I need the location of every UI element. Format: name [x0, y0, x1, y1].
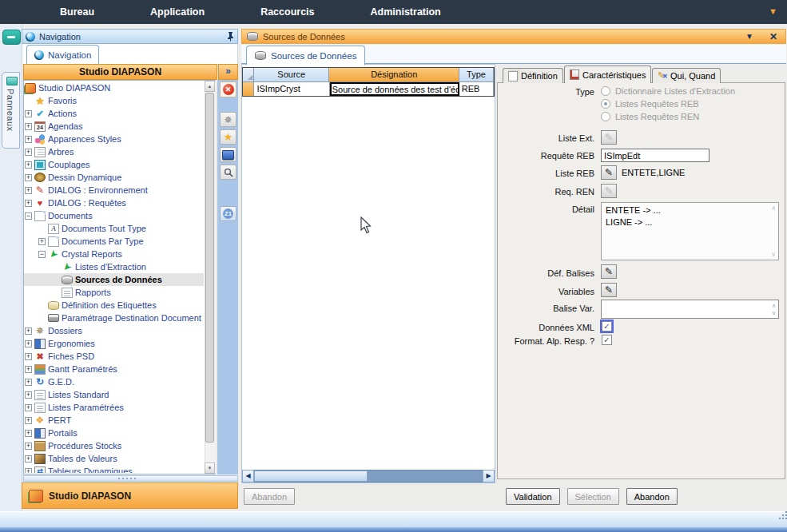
radio-option-listes-requ-tes-reb[interactable]: Listes Requêtes REB: [601, 97, 735, 110]
pin-icon[interactable]: [227, 31, 234, 42]
expander-minus-icon[interactable]: −: [25, 212, 32, 220]
tab-navigation[interactable]: Navigation: [26, 45, 99, 64]
tree-scroll-down-button[interactable]: ▼: [205, 463, 215, 474]
tree-item-documents[interactable]: −Documents: [24, 209, 204, 222]
tree-item-favoris[interactable]: ★Favoris: [24, 94, 204, 107]
cell-source[interactable]: ISImpCryst: [254, 82, 329, 96]
expander-plus-icon[interactable]: +: [25, 187, 32, 194]
tree-item-agendas[interactable]: +24Agendas: [24, 120, 204, 133]
tree-item-couplages[interactable]: +Couplages: [24, 158, 204, 171]
s-lection-button[interactable]: Sélection: [567, 488, 619, 505]
menu-raccourcis[interactable]: Raccourcis: [260, 0, 314, 24]
panneaux-dock-tab[interactable]: Panneaux: [2, 72, 20, 149]
spin-down-icon[interactable]: ∨: [772, 310, 776, 316]
expander-plus-icon[interactable]: +: [25, 149, 32, 156]
studio-diapason-bar[interactable]: Studio DIAPASON: [22, 482, 238, 509]
tree-item-listes-standard[interactable]: +Listes Standard: [24, 388, 204, 401]
expander-plus-icon[interactable]: +: [25, 417, 32, 424]
abandon-grid-button[interactable]: Abandon: [244, 488, 295, 505]
menu-bureau[interactable]: Bureau: [60, 0, 94, 24]
hscroll-thumb[interactable]: [254, 470, 368, 482]
z1-tool-button[interactable]: Z1: [220, 206, 236, 221]
tree-item-crystal-reports[interactable]: −➤Crystal Reports: [24, 248, 204, 260]
scroll-up-icon[interactable]: ∧: [771, 204, 776, 212]
expander-plus-icon[interactable]: +: [25, 366, 32, 373]
workflow-tool-button[interactable]: ✵: [220, 112, 236, 127]
tree-item-pert[interactable]: +❖PERT: [24, 414, 204, 427]
expander-plus-icon[interactable]: +: [25, 468, 32, 474]
abandon-button[interactable]: Abandon: [626, 488, 678, 505]
scroll-down-icon[interactable]: ∨: [771, 251, 776, 258]
liste-reb-button[interactable]: ✎: [601, 165, 617, 180]
tree-item-dessin-dynamique[interactable]: +Dessin Dynamique: [24, 171, 204, 184]
tree-item-documents-tout-type[interactable]: ADocuments Tout Type: [24, 222, 204, 235]
column-header-d-signation[interactable]: Désignation: [329, 68, 459, 82]
column-header-type[interactable]: Type: [459, 68, 494, 82]
tree-item-ergonomies[interactable]: +Ergonomies: [24, 337, 204, 350]
panel-close-icon[interactable]: ✕: [769, 31, 777, 42]
menu-application[interactable]: Application: [150, 0, 205, 24]
screen-tool-button[interactable]: [220, 147, 236, 162]
tree-item-documents-par-type[interactable]: +Documents Par Type: [24, 235, 204, 248]
expander-plus-icon[interactable]: +: [25, 340, 32, 347]
donnees-xml-checkbox[interactable]: ✓: [602, 321, 612, 332]
tree-scroll-up-button[interactable]: ▲: [205, 81, 215, 92]
detail-textarea[interactable]: ENTETE -> ... LIGNE -> ... ∧ ∨: [601, 202, 779, 260]
tree-item-arbres[interactable]: +Arbres: [24, 145, 204, 158]
tree-item-tables-de-valeurs[interactable]: +Tables de Valeurs: [24, 452, 204, 465]
tree-item-apparences-styles[interactable]: +Apparences Styles: [24, 133, 204, 145]
spin-up-icon[interactable]: ∧: [772, 303, 776, 308]
tree-item-param-trage-destination-document[interactable]: Paramétrage Destination Document: [24, 312, 204, 324]
tree-item-d-finition-des-etiquettes[interactable]: Définition des Etiquettes: [24, 299, 204, 312]
resize-grip-icon[interactable]: [779, 518, 781, 519]
tab-qui-quand[interactable]: ✎✕ Qui, Quand: [652, 68, 721, 83]
expander-plus-icon[interactable]: +: [25, 404, 32, 411]
radio-icon[interactable]: [601, 99, 610, 109]
tab-definition[interactable]: Définition: [503, 68, 563, 83]
expander-minus-icon[interactable]: −: [38, 251, 46, 258]
tree-item-g-e-d[interactable]: +↻G.E.D.: [24, 375, 204, 388]
expander-plus-icon[interactable]: +: [25, 379, 32, 386]
select-all-cell[interactable]: ◢: [243, 68, 254, 82]
radio-icon[interactable]: [601, 86, 610, 96]
tree-item-actions[interactable]: +✔Actions: [24, 107, 204, 120]
column-header-source[interactable]: Source: [254, 68, 329, 82]
search-tool-button[interactable]: [220, 165, 236, 180]
tree-item-rapports[interactable]: Rapports: [24, 286, 204, 299]
tree-item-listes-d-extraction[interactable]: ➤Listes d'Extraction: [24, 260, 204, 273]
radio-option-dictionnaire-listes-d-extraction[interactable]: Dictionnaire Listes d'Extraction: [601, 85, 735, 97]
balise-var-input[interactable]: ∧ ∨: [601, 300, 779, 319]
tree-item-tableurs-dynamiques[interactable]: +⇄Tableurs Dynamiques: [24, 465, 204, 473]
ribbon-collapse-chevron-icon[interactable]: ▼: [769, 6, 777, 16]
def-balises-button[interactable]: ✎: [601, 264, 617, 279]
expander-plus-icon[interactable]: +: [25, 328, 32, 335]
radio-icon[interactable]: [601, 112, 610, 121]
hscroll-left-button[interactable]: ◀: [242, 470, 254, 482]
menu-administration[interactable]: Administration: [371, 0, 441, 24]
expander-plus-icon[interactable]: +: [25, 353, 32, 360]
tree-item-dialog-requ-tes[interactable]: +♥DIALOG : Requêtes: [24, 197, 204, 209]
format-alp-checkbox[interactable]: ✓: [602, 335, 612, 345]
expander-plus-icon[interactable]: +: [25, 161, 32, 169]
req-ren-button[interactable]: ✎: [601, 184, 617, 198]
expander-plus-icon[interactable]: +: [25, 443, 32, 450]
close-tool-button[interactable]: ✕: [220, 81, 236, 97]
expander-plus-icon[interactable]: +: [25, 200, 32, 207]
favorites-tool-button[interactable]: ★: [220, 129, 236, 145]
row-selector-cell[interactable]: [243, 82, 254, 96]
expander-plus-icon[interactable]: +: [25, 391, 32, 399]
expander-plus-icon[interactable]: +: [25, 123, 32, 130]
hscroll-right-button[interactable]: ▶: [483, 470, 495, 482]
tree-item-portails[interactable]: +Portails: [24, 427, 204, 439]
tab-caracteristiques[interactable]: Caractéristiques: [564, 66, 651, 83]
tree-item-listes-param-tr-es[interactable]: +Listes Paramétrées: [24, 401, 204, 414]
tree-scroll-thumb[interactable]: [205, 93, 214, 443]
tree-item-dialog-environnement[interactable]: +✎DIALOG : Environnement: [24, 184, 204, 197]
requete-reb-input[interactable]: [601, 149, 709, 162]
tree-item-sources-de-donn-es[interactable]: Sources de Données: [24, 273, 204, 286]
panel-splitter[interactable]: [23, 475, 238, 482]
tree-item-proc-dures-stocks[interactable]: +Procédures Stocks: [24, 439, 204, 452]
expander-plus-icon[interactable]: +: [25, 455, 32, 463]
panel-dropdown-icon[interactable]: ▼: [745, 32, 753, 41]
tree-item-gantt-param-tr-s[interactable]: +Gantt Paramétrés: [24, 363, 204, 375]
